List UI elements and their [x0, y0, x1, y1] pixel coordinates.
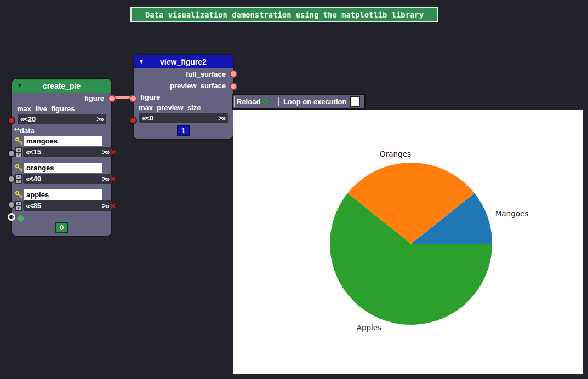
collapse-icon[interactable]: ▼ — [17, 79, 22, 93]
output-label-preview-surface: preview_surface — [170, 82, 226, 90]
collapse-icon[interactable]: ▼ — [139, 55, 144, 68]
data-key-input[interactable] — [24, 163, 102, 173]
value-spinner[interactable]: ▲ ▼ — [15, 174, 22, 184]
slider-right-arrows-icon[interactable]: >» — [102, 175, 109, 183]
reload-button[interactable]: Reload ⟳ — [234, 96, 272, 107]
data-value-slider[interactable]: «<15 >» — [23, 147, 112, 157]
slider-right-arrows-icon[interactable]: >» — [102, 148, 109, 156]
pie-chart: MangoesOrangesApples — [233, 110, 583, 374]
figure-canvas: MangoesOrangesApples — [233, 110, 583, 374]
remove-entry-icon[interactable]: ✕ — [110, 175, 116, 183]
node-title: create_pie — [43, 82, 81, 90]
spin-up-icon[interactable]: ▲ — [15, 174, 22, 179]
spin-down-icon[interactable]: ▼ — [15, 152, 22, 157]
create-pie-header[interactable]: ▼ create_pie — [12, 79, 111, 93]
param-label-max-live-figures: max_live_figures — [17, 105, 111, 113]
view-figure2-header[interactable]: ▼ view_figure2 — [134, 55, 233, 68]
slider-left-arrows-icon[interactable]: «< — [26, 148, 33, 156]
exec-count-badge: 0 — [55, 222, 68, 233]
title-banner: Data visualization demonstration using t… — [130, 7, 438, 22]
add-entry-icon[interactable]: ✚ — [18, 214, 24, 223]
port-input-max-live-figures[interactable] — [8, 117, 15, 124]
loop-on-execution-label: Loop on execution — [283, 97, 347, 106]
data-value-slider[interactable]: «<85 >» — [23, 200, 112, 211]
node-create-pie[interactable]: ▼ create_pie figure max_live_figures «<2… — [11, 78, 112, 237]
data-key-input[interactable] — [24, 136, 102, 146]
remove-entry-icon[interactable]: ✕ — [110, 202, 116, 210]
slider-right-arrows-icon[interactable]: >» — [102, 202, 109, 210]
port-input-oranges[interactable] — [8, 175, 15, 183]
value-spinner[interactable]: ▲ ▼ — [15, 147, 22, 157]
slider-right-arrows-icon[interactable]: >» — [218, 114, 225, 122]
value-spinner[interactable]: ▲ ▼ — [15, 201, 22, 211]
remove-entry-icon[interactable]: ✕ — [110, 148, 116, 157]
param-label-data: **data — [14, 126, 111, 135]
loop-on-execution-checkbox[interactable] — [350, 96, 360, 107]
key-icon — [15, 137, 24, 146]
slider-right-arrows-icon[interactable]: >» — [96, 115, 104, 123]
spin-down-icon[interactable]: ▼ — [15, 206, 22, 211]
spin-up-icon[interactable]: ▲ — [15, 201, 22, 206]
data-value-slider[interactable]: «<40 >» — [23, 174, 112, 184]
port-input-mangoes[interactable] — [8, 150, 15, 157]
port-input-max-preview-size[interactable] — [129, 117, 137, 124]
port-output-preview-surface[interactable] — [230, 83, 237, 90]
pie-label-mangoes: Mangoes — [495, 209, 529, 218]
output-label-figure: figure — [84, 94, 104, 102]
data-key-input[interactable] — [24, 190, 102, 200]
viewer-toolbar: Reload ⟳ Loop on execution — [232, 94, 366, 110]
port-input-figure[interactable] — [129, 95, 137, 102]
spin-down-icon[interactable]: ▼ — [15, 179, 22, 184]
slider-left-arrows-icon[interactable]: «< — [26, 175, 33, 183]
data-value: 40 — [33, 175, 41, 183]
spin-up-icon[interactable]: ▲ — [15, 147, 22, 152]
key-icon — [15, 191, 24, 199]
port-output-full-surface[interactable] — [230, 70, 237, 78]
max-preview-size-value: 0 — [150, 114, 153, 122]
port-input-new-entry[interactable] — [8, 213, 15, 221]
exec-count-badge: 1 — [177, 125, 190, 136]
data-value: 15 — [33, 148, 41, 156]
slider-left-arrows-icon[interactable]: «< — [20, 115, 27, 123]
input-label-figure: figure — [140, 93, 160, 101]
slider-left-arrows-icon[interactable]: «< — [26, 202, 33, 210]
max-live-figures-value: 20 — [28, 115, 36, 123]
port-input-apples[interactable] — [8, 201, 15, 209]
reload-button-label: Reload — [237, 97, 260, 106]
key-icon — [15, 164, 24, 173]
max-preview-size-slider[interactable]: «<0 >» — [139, 113, 228, 123]
pie-label-apples: Apples — [357, 323, 381, 332]
output-label-full-surface: full_surface — [186, 70, 226, 78]
node-view-figure2[interactable]: ▼ view_figure2 full_surface preview_surf… — [133, 54, 234, 140]
slider-left-arrows-icon[interactable]: «< — [142, 114, 149, 122]
port-output-figure[interactable] — [108, 95, 116, 102]
max-live-figures-slider[interactable]: «<20 >» — [18, 114, 106, 124]
data-value: 85 — [33, 202, 41, 210]
node-title: view_figure2 — [160, 58, 207, 66]
reload-icon: ⟳ — [262, 97, 270, 106]
pie-label-oranges: Oranges — [380, 150, 411, 158]
param-label-max-preview-size: max_preview_size — [139, 104, 233, 112]
toolbar-separator — [278, 97, 279, 106]
